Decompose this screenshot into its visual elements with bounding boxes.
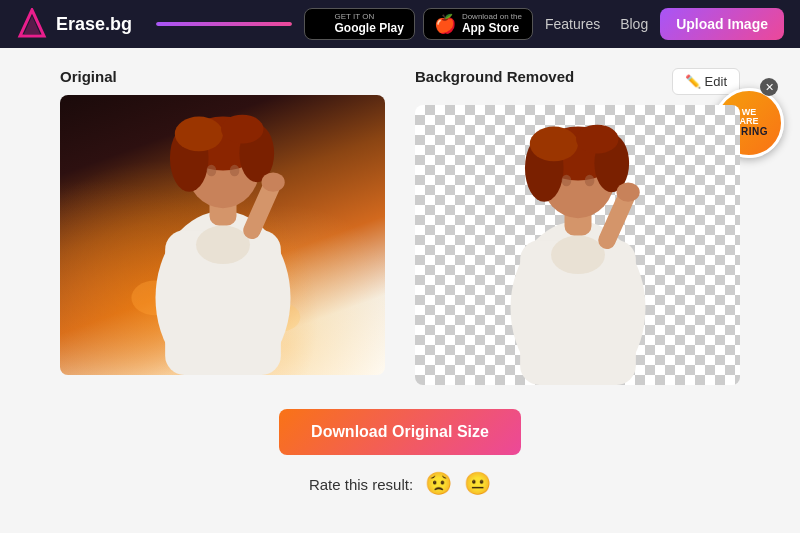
nav-blog[interactable]: Blog: [620, 16, 648, 32]
progress-bar: [156, 22, 291, 26]
svg-point-30: [561, 175, 571, 187]
google-play-btn[interactable]: ▶ GET IT ON Google Play: [304, 8, 415, 40]
logo-text: Erase.bg: [56, 14, 132, 35]
original-person-svg: [123, 105, 323, 375]
progress-bar-fill: [156, 22, 291, 26]
logo-icon: [16, 8, 48, 40]
svg-point-17: [229, 165, 239, 177]
logo-area: Erase.bg: [16, 8, 132, 40]
google-play-text: GET IT ON Google Play: [335, 13, 404, 35]
nav-features[interactable]: Features: [545, 16, 600, 32]
rate-sad-emoji[interactable]: 😟: [425, 471, 452, 497]
bg-removed-panel: Background Removed ✏️ Edit: [415, 68, 740, 385]
svg-point-15: [221, 115, 263, 144]
svg-line-18: [251, 187, 270, 230]
images-row: Original: [60, 68, 740, 385]
svg-point-19: [261, 173, 284, 192]
svg-point-8: [196, 226, 250, 265]
bg-removed-image-container: [415, 105, 740, 385]
download-section: Download Original Size Rate this result:…: [60, 409, 740, 497]
rate-neutral-emoji[interactable]: 😐: [464, 471, 491, 497]
edit-pencil-icon: ✏️: [685, 74, 701, 89]
edit-btn-label: Edit: [705, 74, 727, 89]
original-image-container: [60, 95, 385, 375]
app-store-text: Download on the App Store: [462, 13, 522, 35]
bg-removed-person-svg: [478, 115, 678, 385]
svg-point-16: [206, 165, 216, 177]
nav: Features Blog: [545, 16, 648, 32]
rate-label: Rate this result:: [309, 476, 413, 493]
main-content: ✕ WE ARE HIRING Original: [0, 48, 800, 533]
svg-point-31: [584, 175, 594, 187]
google-play-icon: ▶: [315, 13, 329, 35]
download-button[interactable]: Download Original Size: [279, 409, 521, 455]
hiring-badge-are: ARE: [739, 117, 758, 126]
edit-button[interactable]: ✏️ Edit: [672, 68, 740, 95]
svg-point-22: [551, 236, 605, 275]
apple-icon: 🍎: [434, 13, 456, 35]
rate-section: Rate this result: 😟 😐: [309, 471, 491, 497]
upload-image-button[interactable]: Upload Image: [660, 8, 784, 40]
header: Erase.bg ▶ GET IT ON Google Play 🍎 Downl…: [0, 0, 800, 48]
svg-point-29: [576, 125, 618, 154]
bg-removed-image: [415, 105, 740, 385]
close-hiring-badge-button[interactable]: ✕: [760, 78, 778, 96]
svg-point-33: [616, 183, 639, 202]
original-label: Original: [60, 68, 385, 85]
svg-line-32: [606, 197, 625, 240]
store-buttons: ▶ GET IT ON Google Play 🍎 Download on th…: [304, 8, 533, 40]
bg-removed-label-row: Background Removed ✏️ Edit: [415, 68, 740, 95]
svg-point-14: [174, 117, 222, 152]
app-store-btn[interactable]: 🍎 Download on the App Store: [423, 8, 533, 40]
svg-point-28: [529, 127, 577, 162]
original-image: [60, 95, 385, 375]
bg-removed-label: Background Removed: [415, 68, 574, 85]
original-panel: Original: [60, 68, 385, 375]
